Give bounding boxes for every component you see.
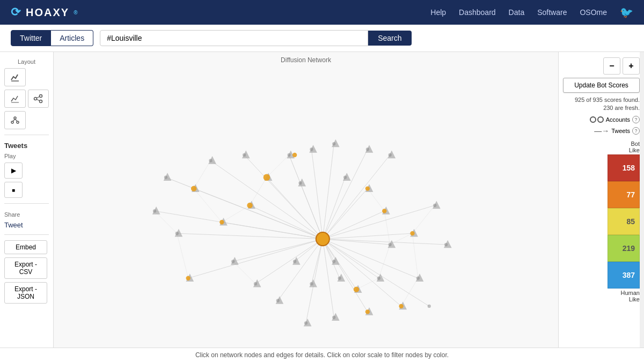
svg-point-116: [399, 304, 403, 308]
nav-software[interactable]: Software: [537, 8, 567, 17]
svg-point-120: [377, 277, 380, 280]
svg-point-2: [34, 98, 37, 100]
scale-segment-5[interactable]: 387: [608, 262, 640, 289]
svg-point-115: [186, 276, 190, 280]
embed-button[interactable]: Embed: [4, 240, 47, 254]
logo-text: HOAXY: [26, 6, 69, 19]
scale-value-4: 219: [623, 244, 639, 253]
scale-value-3: 85: [626, 217, 639, 226]
svg-point-108: [354, 286, 359, 292]
main-content: Layout: [0, 52, 644, 348]
tweet-link[interactable]: Tweet: [4, 221, 49, 229]
svg-point-135: [254, 282, 257, 285]
svg-point-137: [293, 260, 296, 263]
search-input[interactable]: [100, 30, 368, 46]
legend-circles: [590, 116, 604, 123]
scale-segment-4[interactable]: 219: [608, 235, 640, 262]
scale-segment-1[interactable]: 158: [608, 154, 640, 181]
svg-point-7: [14, 117, 16, 119]
scale-value-5: 387: [623, 271, 639, 279]
svg-point-131: [428, 305, 431, 308]
tab-twitter[interactable]: Twitter: [11, 30, 51, 46]
zoom-in-button[interactable]: +: [623, 57, 640, 75]
tweets-label: Tweets: [4, 142, 49, 150]
play-button[interactable]: ▶: [4, 162, 23, 179]
svg-line-10: [13, 119, 15, 121]
tweets-arrow-icon: —→: [594, 127, 609, 135]
color-scale[interactable]: 158 77 85 219 387: [608, 154, 640, 289]
nav-data[interactable]: Data: [509, 8, 525, 17]
network-area[interactable]: Diffusion Network: [54, 52, 558, 348]
header-nav: Help Dashboard Data Software OSOme 🐦: [430, 6, 633, 19]
svg-point-139: [310, 282, 313, 285]
svg-point-8: [11, 121, 13, 123]
svg-point-112: [365, 186, 370, 190]
logo-reg: ®: [74, 10, 78, 16]
nav-osome[interactable]: OSOme: [580, 8, 607, 17]
svg-point-129: [444, 243, 448, 246]
update-bot-scores-button[interactable]: Update Bot Scores: [563, 78, 640, 93]
layout-icon-2: [10, 94, 20, 104]
svg-point-132: [209, 159, 212, 162]
scores-info: 925 of 935 scores found. 230 are fresh.: [563, 96, 640, 113]
legend-tweets-row: —→ Tweets ?: [563, 127, 640, 135]
svg-point-113: [219, 220, 224, 224]
color-scale-container: BotLike 158 77 85 219 387 HumanLike: [563, 141, 640, 302]
scale-value-1: 158: [623, 164, 639, 172]
nav-dashboard[interactable]: Dashboard: [459, 8, 496, 17]
svg-line-5: [36, 97, 40, 98]
divider-3: [4, 234, 49, 235]
search-button[interactable]: Search: [368, 31, 411, 46]
svg-point-3: [40, 95, 42, 98]
twitter-icon[interactable]: 🐦: [620, 6, 633, 19]
layout-icon-btn-3[interactable]: [28, 90, 49, 108]
export-csv-button[interactable]: Export - CSV: [4, 257, 47, 279]
svg-point-9: [17, 121, 19, 123]
scale-segment-3[interactable]: 85: [608, 208, 640, 235]
svg-line-6: [36, 99, 40, 101]
svg-point-121: [366, 147, 369, 151]
svg-point-106: [264, 174, 270, 181]
scale-segment-2[interactable]: 77: [608, 181, 640, 208]
svg-point-119: [389, 243, 392, 246]
svg-point-110: [191, 186, 196, 191]
svg-point-141: [332, 316, 335, 319]
svg-point-140: [338, 277, 341, 280]
tweets-help-icon[interactable]: ?: [632, 127, 640, 135]
stop-button[interactable]: ■: [4, 182, 23, 198]
export-json-button[interactable]: Export - JSON: [4, 282, 47, 304]
accounts-help-icon[interactable]: ?: [632, 116, 640, 123]
svg-point-107: [247, 203, 252, 208]
circle-1: [590, 116, 596, 123]
svg-point-136: [276, 299, 280, 302]
svg-point-109: [382, 209, 386, 213]
zoom-out-button[interactable]: −: [603, 57, 620, 75]
play-label: Play: [4, 153, 49, 159]
search-bar: Twitter Articles Search: [0, 25, 644, 52]
svg-point-142: [304, 321, 308, 324]
svg-rect-12: [54, 65, 558, 334]
svg-point-144: [343, 176, 347, 179]
layout-icon-btn-4[interactable]: [4, 111, 26, 129]
network-svg[interactable]: [54, 52, 558, 348]
svg-point-114: [410, 231, 414, 235]
divider-1: [4, 135, 49, 135]
svg-point-126: [175, 232, 179, 235]
svg-point-123: [310, 147, 313, 151]
human-like-label: HumanLike: [621, 290, 640, 302]
scroll-indicator: [640, 52, 644, 348]
svg-point-138: [332, 260, 335, 263]
tab-articles[interactable]: Articles: [51, 30, 93, 46]
scores-fresh-text: 230 are fresh.: [603, 105, 640, 111]
icon-row-1: [4, 90, 49, 108]
layout-icon-btn-2[interactable]: [4, 90, 26, 108]
circle-2: [597, 116, 604, 123]
svg-point-122: [332, 142, 335, 145]
svg-line-11: [15, 119, 17, 121]
layout-scatter-btn[interactable]: [4, 68, 26, 86]
svg-point-125: [164, 176, 167, 179]
nav-help[interactable]: Help: [430, 8, 446, 17]
footnote: Click on network nodes and edges for det…: [0, 348, 644, 362]
divider-2: [4, 203, 49, 204]
sidebar: Layout: [0, 52, 54, 348]
